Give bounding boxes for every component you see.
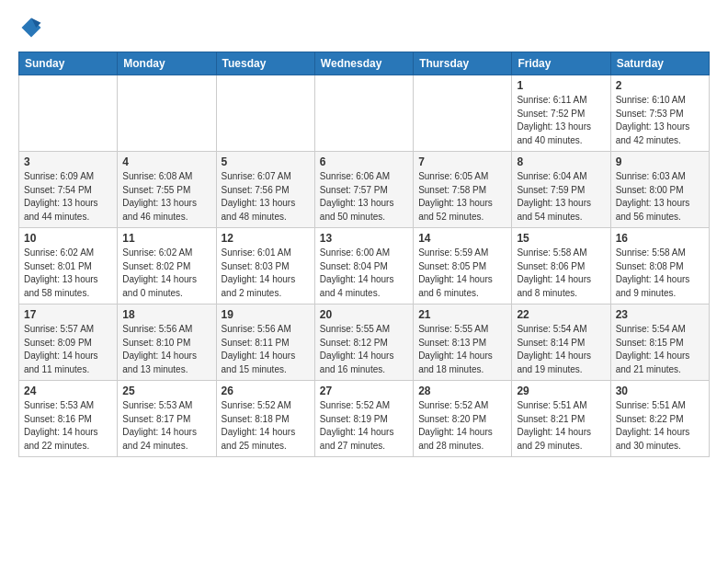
day-number: 14 — [418, 232, 506, 245]
day-info: Sunrise: 5:55 AM Sunset: 8:12 PM Dayligh… — [320, 323, 408, 376]
calendar-header-row: SundayMondayTuesdayWednesdayThursdayFrid… — [19, 52, 710, 75]
calendar-cell: 21Sunrise: 5:55 AM Sunset: 8:13 PM Dayli… — [414, 304, 512, 381]
calendar-cell: 5Sunrise: 6:07 AM Sunset: 7:56 PM Daylig… — [216, 152, 314, 228]
calendar-header-friday: Friday — [512, 52, 610, 75]
day-info: Sunrise: 6:08 AM Sunset: 7:55 PM Dayligh… — [122, 170, 210, 224]
day-number: 1 — [517, 79, 605, 92]
calendar-cell — [216, 75, 314, 152]
day-number: 5 — [222, 155, 310, 168]
calendar-cell: 8Sunrise: 6:04 AM Sunset: 7:59 PM Daylig… — [512, 152, 610, 228]
calendar-header-wednesday: Wednesday — [314, 52, 413, 75]
day-info: Sunrise: 6:00 AM Sunset: 8:04 PM Dayligh… — [320, 247, 408, 300]
day-info: Sunrise: 6:11 AM Sunset: 7:52 PM Dayligh… — [517, 94, 605, 147]
calendar-cell: 29Sunrise: 5:51 AM Sunset: 8:21 PM Dayli… — [512, 381, 610, 457]
day-number: 21 — [418, 308, 506, 321]
day-info: Sunrise: 5:51 AM Sunset: 8:22 PM Dayligh… — [616, 399, 704, 453]
day-number: 2 — [616, 79, 704, 92]
day-number: 11 — [122, 232, 210, 245]
day-info: Sunrise: 5:52 AM Sunset: 8:19 PM Dayligh… — [320, 399, 408, 453]
day-number: 15 — [517, 232, 605, 245]
day-info: Sunrise: 5:54 AM Sunset: 8:15 PM Dayligh… — [616, 323, 704, 376]
day-info: Sunrise: 5:58 AM Sunset: 8:08 PM Dayligh… — [616, 247, 704, 300]
day-info: Sunrise: 6:06 AM Sunset: 7:57 PM Dayligh… — [320, 170, 408, 224]
calendar-week-4: 17Sunrise: 5:57 AM Sunset: 8:09 PM Dayli… — [19, 304, 710, 381]
calendar-cell: 26Sunrise: 5:52 AM Sunset: 8:18 PM Dayli… — [216, 381, 314, 457]
day-number: 4 — [122, 155, 210, 168]
day-number: 7 — [418, 155, 506, 168]
calendar-cell: 30Sunrise: 5:51 AM Sunset: 8:22 PM Dayli… — [610, 381, 709, 457]
calendar-cell: 17Sunrise: 5:57 AM Sunset: 8:09 PM Dayli… — [19, 304, 118, 381]
calendar-cell: 20Sunrise: 5:55 AM Sunset: 8:12 PM Dayli… — [314, 304, 413, 381]
day-number: 10 — [24, 232, 112, 245]
day-info: Sunrise: 6:09 AM Sunset: 7:54 PM Dayligh… — [24, 170, 112, 224]
day-info: Sunrise: 5:53 AM Sunset: 8:17 PM Dayligh… — [122, 399, 210, 453]
calendar-cell: 18Sunrise: 5:56 AM Sunset: 8:10 PM Dayli… — [118, 304, 216, 381]
day-number: 13 — [320, 232, 408, 245]
day-number: 3 — [24, 155, 112, 168]
calendar-cell: 13Sunrise: 6:00 AM Sunset: 8:04 PM Dayli… — [314, 228, 413, 304]
calendar-cell: 25Sunrise: 5:53 AM Sunset: 8:17 PM Dayli… — [118, 381, 216, 457]
day-number: 28 — [418, 385, 506, 397]
day-number: 26 — [222, 385, 310, 397]
day-info: Sunrise: 6:04 AM Sunset: 7:59 PM Dayligh… — [517, 170, 605, 224]
calendar-cell: 14Sunrise: 5:59 AM Sunset: 8:05 PM Dayli… — [414, 228, 512, 304]
page-header — [18, 15, 710, 40]
calendar-cell — [118, 75, 216, 152]
calendar-cell — [414, 75, 512, 152]
calendar-cell: 4Sunrise: 6:08 AM Sunset: 7:55 PM Daylig… — [118, 152, 216, 228]
calendar-cell: 1Sunrise: 6:11 AM Sunset: 7:52 PM Daylig… — [512, 75, 610, 152]
day-number: 27 — [320, 385, 408, 397]
calendar-cell: 19Sunrise: 5:56 AM Sunset: 8:11 PM Dayli… — [216, 304, 314, 381]
day-number: 24 — [24, 385, 112, 397]
day-info: Sunrise: 5:57 AM Sunset: 8:09 PM Dayligh… — [24, 323, 112, 376]
calendar-cell: 15Sunrise: 5:58 AM Sunset: 8:06 PM Dayli… — [512, 228, 610, 304]
day-number: 16 — [616, 232, 704, 245]
calendar-cell: 24Sunrise: 5:53 AM Sunset: 8:16 PM Dayli… — [19, 381, 118, 457]
calendar-header-monday: Monday — [118, 52, 216, 75]
calendar-cell: 6Sunrise: 6:06 AM Sunset: 7:57 PM Daylig… — [314, 152, 413, 228]
day-number: 29 — [517, 385, 605, 397]
calendar-cell: 7Sunrise: 6:05 AM Sunset: 7:58 PM Daylig… — [414, 152, 512, 228]
day-number: 17 — [24, 308, 112, 321]
day-number: 25 — [122, 385, 210, 397]
day-info: Sunrise: 6:03 AM Sunset: 8:00 PM Dayligh… — [616, 170, 704, 224]
day-info: Sunrise: 6:02 AM Sunset: 8:02 PM Dayligh… — [122, 247, 210, 300]
day-info: Sunrise: 5:56 AM Sunset: 8:10 PM Dayligh… — [122, 323, 210, 376]
day-info: Sunrise: 6:05 AM Sunset: 7:58 PM Dayligh… — [418, 170, 506, 224]
calendar-cell: 3Sunrise: 6:09 AM Sunset: 7:54 PM Daylig… — [19, 152, 118, 228]
day-number: 6 — [320, 155, 408, 168]
calendar-week-5: 24Sunrise: 5:53 AM Sunset: 8:16 PM Dayli… — [19, 381, 710, 457]
day-number: 20 — [320, 308, 408, 321]
day-info: Sunrise: 6:07 AM Sunset: 7:56 PM Dayligh… — [222, 170, 310, 224]
day-number: 23 — [616, 308, 704, 321]
day-info: Sunrise: 5:58 AM Sunset: 8:06 PM Dayligh… — [517, 247, 605, 300]
calendar-cell: 9Sunrise: 6:03 AM Sunset: 8:00 PM Daylig… — [610, 152, 709, 228]
day-info: Sunrise: 5:56 AM Sunset: 8:11 PM Dayligh… — [222, 323, 310, 376]
logo-icon — [18, 15, 44, 40]
calendar-cell: 23Sunrise: 5:54 AM Sunset: 8:15 PM Dayli… — [610, 304, 709, 381]
calendar-cell — [314, 75, 413, 152]
calendar-cell: 12Sunrise: 6:01 AM Sunset: 8:03 PM Dayli… — [216, 228, 314, 304]
calendar-cell: 2Sunrise: 6:10 AM Sunset: 7:53 PM Daylig… — [610, 75, 709, 152]
calendar-table: SundayMondayTuesdayWednesdayThursdayFrid… — [18, 52, 710, 457]
day-info: Sunrise: 5:52 AM Sunset: 8:20 PM Dayligh… — [418, 399, 506, 453]
day-info: Sunrise: 6:01 AM Sunset: 8:03 PM Dayligh… — [222, 247, 310, 300]
day-info: Sunrise: 6:02 AM Sunset: 8:01 PM Dayligh… — [24, 247, 112, 300]
logo — [18, 15, 48, 40]
day-info: Sunrise: 5:54 AM Sunset: 8:14 PM Dayligh… — [517, 323, 605, 376]
calendar-week-3: 10Sunrise: 6:02 AM Sunset: 8:01 PM Dayli… — [19, 228, 710, 304]
day-number: 9 — [616, 155, 704, 168]
day-number: 30 — [616, 385, 704, 397]
calendar-cell: 27Sunrise: 5:52 AM Sunset: 8:19 PM Dayli… — [314, 381, 413, 457]
calendar-week-1: 1Sunrise: 6:11 AM Sunset: 7:52 PM Daylig… — [19, 75, 710, 152]
calendar-week-2: 3Sunrise: 6:09 AM Sunset: 7:54 PM Daylig… — [19, 152, 710, 228]
day-info: Sunrise: 5:55 AM Sunset: 8:13 PM Dayligh… — [418, 323, 506, 376]
day-number: 12 — [222, 232, 310, 245]
day-number: 19 — [222, 308, 310, 321]
calendar-cell: 22Sunrise: 5:54 AM Sunset: 8:14 PM Dayli… — [512, 304, 610, 381]
day-number: 18 — [122, 308, 210, 321]
svg-marker-0 — [22, 18, 41, 38]
day-info: Sunrise: 5:53 AM Sunset: 8:16 PM Dayligh… — [24, 399, 112, 453]
calendar-cell: 11Sunrise: 6:02 AM Sunset: 8:02 PM Dayli… — [118, 228, 216, 304]
day-number: 8 — [517, 155, 605, 168]
